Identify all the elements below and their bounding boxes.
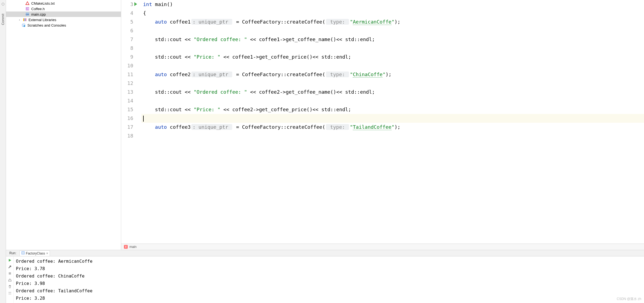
gutter-line[interactable]: 13 <box>121 88 133 96</box>
close-icon[interactable]: × <box>46 251 48 255</box>
tree-item-label: Scratches and Consoles <box>27 23 66 27</box>
gutter-line[interactable]: 11 <box>121 70 133 79</box>
tree-file-item[interactable]: .hCoffee.h <box>6 6 121 12</box>
tree-file-item[interactable]: c++main.cpp <box>6 12 121 17</box>
code-line[interactable]: auto coffee2: unique_ptr = CoffeeFactory… <box>141 70 644 79</box>
code-line[interactable] <box>141 132 644 140</box>
run-toolbar <box>6 256 14 303</box>
tree-item-label: main.cpp <box>31 12 46 16</box>
svg-rect-7 <box>25 18 26 21</box>
svg-rect-12 <box>9 272 11 275</box>
chevron-right-icon: › <box>18 18 21 21</box>
tree-file-item[interactable]: CMakeLists.txt <box>6 1 121 6</box>
editor-code[interactable]: int main(){ auto coffee1: unique_ptr = C… <box>141 0 644 244</box>
project-tree[interactable]: CMakeLists.txt.hCoffee.hc++main.cpp › Ex… <box>6 0 121 250</box>
code-line[interactable]: std::cout << "Price: " << coffee1->get_c… <box>141 53 644 61</box>
scratch-icon <box>21 23 26 27</box>
gutter-line[interactable]: 9 <box>121 53 133 61</box>
watermark: CSDN @落水 zh <box>617 297 641 301</box>
run-label: Run: <box>9 251 16 255</box>
svg-rect-14 <box>8 292 11 293</box>
gutter-line[interactable]: 16 <box>121 114 133 123</box>
more-icon[interactable] <box>8 291 12 295</box>
wrench-icon[interactable] <box>8 265 12 269</box>
breadcrumb[interactable]: f main <box>121 244 644 250</box>
run-tab-label: FactoryClass <box>26 251 45 255</box>
svg-rect-10 <box>22 251 24 254</box>
tree-scratches[interactable]: Scratches and Consoles <box>6 22 121 28</box>
gutter-line[interactable]: 10 <box>121 61 133 70</box>
svg-marker-0 <box>26 2 29 5</box>
commit-label: Commit <box>1 14 5 25</box>
breadcrumb-func: main <box>129 245 137 249</box>
gutter-line[interactable]: 4 <box>121 9 133 18</box>
stop-icon[interactable] <box>8 271 12 276</box>
run-tab[interactable]: FactoryClass × <box>19 250 50 256</box>
gutter-line[interactable]: 3 <box>121 0 133 9</box>
hfile-icon: .h <box>25 7 30 11</box>
tree-external-libraries[interactable]: › External Libraries <box>6 17 121 22</box>
gutter-line[interactable]: 18 <box>121 132 133 140</box>
gutter-line[interactable]: 8 <box>121 44 133 53</box>
code-line[interactable] <box>141 96 644 105</box>
code-line[interactable] <box>141 61 644 70</box>
tree-item-label: Coffee.h <box>31 7 45 11</box>
commit-dot-icon <box>2 3 4 5</box>
svg-point-9 <box>24 25 25 27</box>
cppfile-icon: c++ <box>25 12 30 16</box>
svg-rect-6 <box>24 18 25 21</box>
run-config-icon <box>21 251 25 255</box>
gutter-line[interactable]: 6 <box>121 26 133 35</box>
svg-rect-5 <box>23 18 24 21</box>
svg-text:c++: c++ <box>26 13 29 16</box>
run-output[interactable]: Ordered coffee: AermicanCoffe Price: 3.7… <box>14 256 644 303</box>
code-line[interactable]: auto coffee1: unique_ptr = CoffeeFactory… <box>141 18 644 26</box>
code-line[interactable]: int main() <box>141 0 644 9</box>
svg-text:.h: .h <box>26 7 29 10</box>
editor[interactable]: 3456789101112131415161718 int main(){ au… <box>121 0 644 250</box>
gutter-line[interactable]: 12 <box>121 79 133 88</box>
gutter-line[interactable]: 17 <box>121 123 133 132</box>
svg-rect-15 <box>8 294 11 294</box>
svg-marker-11 <box>9 259 11 262</box>
gutter-line[interactable]: 14 <box>121 96 133 105</box>
run-panel: Run: FactoryClass × <box>6 250 644 303</box>
svg-rect-13 <box>8 280 11 281</box>
run-icon[interactable] <box>8 258 12 262</box>
run-tabs: Run: FactoryClass × <box>6 250 644 256</box>
libraries-icon <box>22 18 27 22</box>
cmake-icon <box>25 1 30 5</box>
code-line[interactable]: std::cout << "Ordered coffee: " << coffe… <box>141 88 644 96</box>
text-caret <box>143 116 144 122</box>
tree-item-label: External Libraries <box>29 18 56 22</box>
gutter-line[interactable]: 5 <box>121 18 133 26</box>
layout-icon[interactable] <box>8 278 12 282</box>
code-line[interactable]: auto coffee3: unique_ptr = CoffeeFactory… <box>141 123 644 132</box>
code-line[interactable]: { <box>141 9 644 18</box>
code-line[interactable] <box>141 44 644 53</box>
editor-gutter[interactable]: 3456789101112131415161718 <box>121 0 138 244</box>
code-line[interactable]: std::cout << "Ordered coffee: " << coffe… <box>141 35 644 44</box>
code-line[interactable] <box>141 26 644 35</box>
function-badge-icon: f <box>124 245 128 249</box>
code-line[interactable] <box>141 79 644 88</box>
gutter-line[interactable]: 15 <box>121 105 133 114</box>
tree-item-label: CMakeLists.txt <box>31 1 55 5</box>
gutter-line[interactable]: 7 <box>121 35 133 44</box>
commit-sidebar[interactable]: Commit <box>0 0 6 303</box>
gutter-run-icon[interactable] <box>134 2 137 6</box>
code-line[interactable] <box>141 114 644 123</box>
trash-icon[interactable] <box>8 284 12 289</box>
code-line[interactable]: std::cout << "Price: " << coffee2->get_c… <box>141 105 644 114</box>
